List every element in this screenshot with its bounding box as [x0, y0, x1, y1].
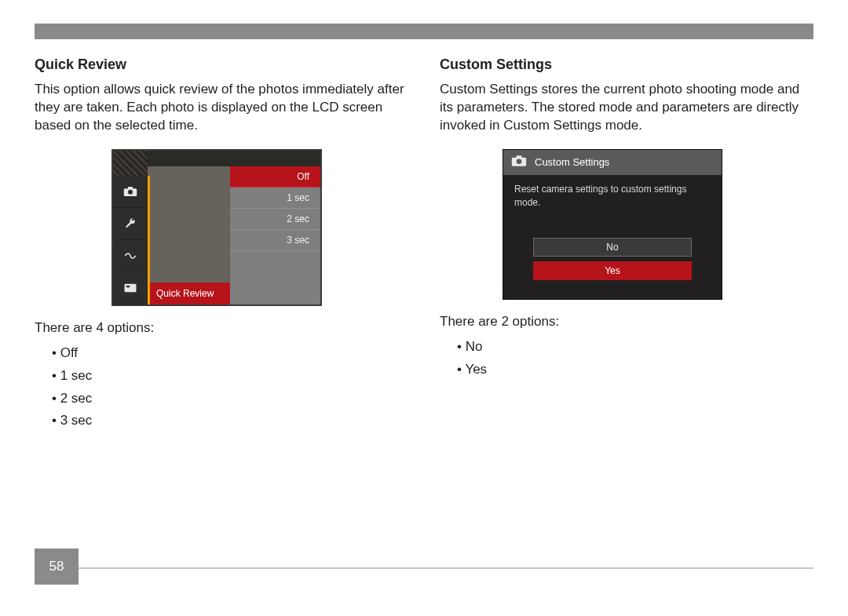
- camera-icon: [511, 155, 527, 170]
- footer-divider: [79, 567, 813, 569]
- option-2sec: 2 sec: [230, 209, 320, 230]
- option-3sec: 3 sec: [230, 230, 320, 251]
- quick-review-description: This option allows quick review of the p…: [35, 81, 408, 135]
- svg-rect-4: [126, 286, 130, 287]
- custom-settings-description: Custom Settings stores the current photo…: [440, 81, 813, 135]
- ui-sidebar-icons: [113, 176, 148, 304]
- option-off: Off: [230, 166, 320, 188]
- content-columns: Quick Review This option allows quick re…: [35, 56, 813, 545]
- left-column: Quick Review This option allows quick re…: [35, 56, 408, 545]
- ui-texture-corner: [113, 151, 148, 176]
- quick-review-options-list: Off 1 sec 2 sec 3 sec: [35, 342, 408, 433]
- list-item: 1 sec: [52, 365, 408, 388]
- svg-point-2: [128, 190, 133, 195]
- quick-review-options-intro: There are 4 options:: [35, 320, 408, 336]
- page-footer: 58: [35, 549, 813, 585]
- right-column: Custom Settings Custom Settings stores t…: [440, 56, 813, 545]
- svg-point-7: [517, 159, 522, 164]
- svg-rect-3: [125, 284, 137, 293]
- wrench-icon: [113, 208, 148, 240]
- custom-settings-options-intro: There are 2 options:: [440, 314, 813, 330]
- svg-rect-1: [128, 187, 133, 189]
- no-button: No: [533, 238, 692, 257]
- custom-settings-buttons: No Yes: [533, 238, 692, 280]
- camera-icon: [113, 176, 148, 208]
- option-1sec: 1 sec: [230, 188, 320, 209]
- yes-button: Yes: [533, 261, 692, 280]
- quick-review-menu-label: Quick Review: [150, 282, 230, 304]
- quick-review-options-pane: Off 1 sec 2 sec 3 sec: [230, 166, 320, 304]
- custom-settings-ui-description: Reset camera settings to custom settings…: [503, 175, 722, 210]
- header-bar: [35, 24, 813, 39]
- list-item: 3 sec: [52, 410, 408, 432]
- custom-settings-options-list: No Yes: [440, 336, 813, 381]
- flash-icon: [113, 240, 148, 272]
- custom-settings-screenshot: Custom Settings Reset camera settings to…: [503, 149, 722, 300]
- quick-review-heading: Quick Review: [35, 56, 408, 73]
- list-item: No: [457, 336, 813, 359]
- page-number: 58: [35, 549, 79, 585]
- custom-settings-ui-header: Custom Settings: [503, 150, 722, 175]
- list-item: Off: [52, 342, 408, 365]
- svg-rect-6: [517, 155, 522, 158]
- list-item: 2 sec: [52, 388, 408, 410]
- custom-settings-ui-title: Custom Settings: [535, 156, 609, 168]
- custom-settings-heading: Custom Settings: [440, 56, 813, 73]
- manual-page: Quick Review This option allows quick re…: [0, 0, 848, 616]
- quick-review-screenshot: Quick Review Off 1 sec 2 sec 3 sec: [111, 149, 322, 306]
- list-item: Yes: [457, 359, 813, 381]
- card-icon: [113, 272, 148, 304]
